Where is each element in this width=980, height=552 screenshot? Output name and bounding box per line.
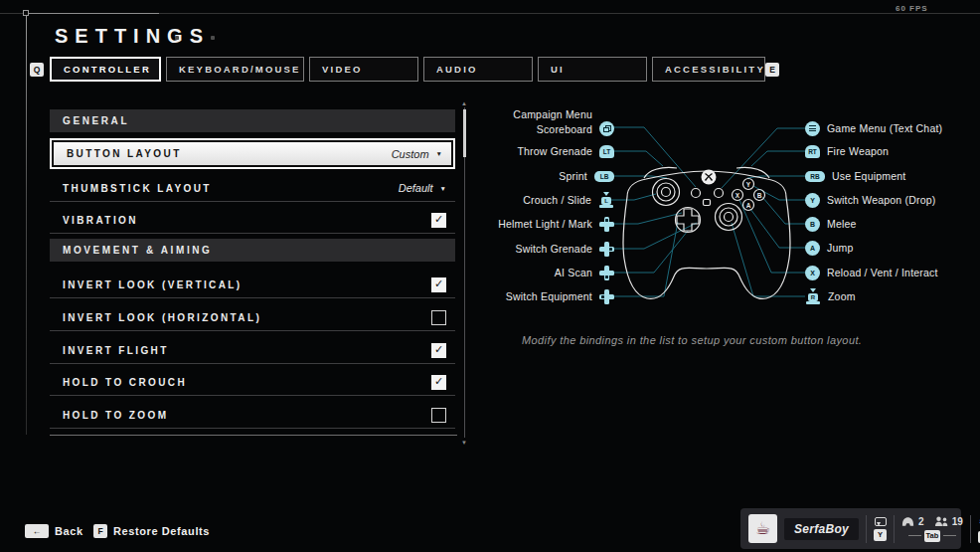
dpad-right-icon: [599, 242, 614, 257]
y-button-icon: Y: [805, 193, 820, 208]
row-label: HOLD TO ZOOM: [63, 410, 168, 421]
tab-video[interactable]: VIDEO: [309, 57, 418, 82]
left-bumper-icon: LB: [594, 171, 614, 182]
roster-button[interactable]: 2 19 Tab: [901, 516, 963, 542]
player-card: ☕ SerfaBoy Y 2 19: [740, 508, 961, 549]
b-button-icon: B: [805, 217, 820, 232]
row-label: BUTTON LAYOUT: [67, 148, 182, 159]
hold-to-zoom-checkbox[interactable]: [431, 408, 446, 423]
binding-row-switch-equipment: Switch Equipment: [487, 284, 614, 308]
binding-row-zoom: R Zoom: [805, 284, 964, 308]
binding-label: Switch Equipment: [506, 290, 592, 302]
next-tab-key-hint: E: [765, 63, 779, 77]
chat-key-hint: Y: [874, 529, 887, 541]
face-button-a-label: A: [746, 202, 751, 209]
row-hold-to-crouch[interactable]: HOLD TO CROUCH: [50, 369, 455, 396]
face-button-x-label: X: [735, 192, 740, 199]
row-invert-look-horizontal[interactable]: INVERT LOOK (HORIZONTAL): [50, 304, 455, 331]
binding-row-use-equipment: RB Use Equipment: [805, 164, 964, 188]
vibration-checkbox[interactable]: [431, 213, 446, 228]
binding-row-switch-grenade: Switch Grenade: [487, 237, 614, 261]
binding-label: Game Menu (Text Chat): [827, 122, 942, 134]
menu-button-icon: [805, 121, 820, 136]
binding-label: Reload / Vent / Interact: [827, 267, 938, 278]
row-vibration[interactable]: VIBRATION: [50, 207, 455, 234]
frame-left-line: [26, 13, 27, 435]
dpad-up-icon: [599, 217, 614, 232]
restore-defaults-button[interactable]: F Restore Defaults: [93, 524, 210, 538]
row-label: HOLD TO CROUCH: [63, 377, 187, 388]
chat-bubble-icon: [875, 517, 887, 526]
tab-keyboard-mouse[interactable]: KEYBOARD/MOUSE: [166, 57, 304, 82]
tab-ui[interactable]: UI: [538, 57, 647, 82]
invert-flight-checkbox[interactable]: [431, 343, 446, 358]
row-label: INVERT FLIGHT: [63, 345, 169, 356]
section-header-movement-aiming: MOVEMENT & AIMING: [50, 239, 455, 262]
binding-label: Fire Weapon: [827, 145, 889, 157]
back-label: Back: [55, 525, 83, 537]
invert-look-horizontal-checkbox[interactable]: [431, 310, 446, 325]
scrollbar-down-arrow-icon[interactable]: ▼: [461, 440, 467, 446]
section-header-general: GENERAL: [50, 109, 455, 132]
scrollbar-up-arrow-icon[interactable]: ▲: [461, 100, 467, 106]
row-button-layout[interactable]: BUTTON LAYOUT Custom: [50, 138, 455, 169]
frame-top-line-highlight: [26, 13, 159, 14]
friends-icon: [934, 516, 948, 527]
title-dot-icon: [175, 36, 179, 40]
row-hold-to-zoom[interactable]: HOLD TO ZOOM: [50, 402, 455, 429]
binding-row-jump: A Jump: [805, 236, 964, 260]
dropdown-value[interactable]: Default: [399, 182, 446, 194]
binding-row-ai-scan: AI Scan: [487, 261, 614, 284]
player-avatar[interactable]: ☕: [748, 514, 777, 543]
a-button-icon: A: [805, 241, 820, 256]
binding-label: Switch Weapon (Drop): [827, 194, 935, 206]
invert-look-vertical-checkbox[interactable]: [431, 277, 446, 292]
right-bumper-icon: RB: [805, 171, 825, 182]
binding-row-helmet-light-mark: Helmet Light / Mark: [487, 212, 614, 236]
friends-count: 19: [952, 516, 963, 527]
binding-note: Modify the bindings in the list to setup…: [522, 334, 862, 346]
dropdown-value[interactable]: Custom: [392, 148, 442, 160]
row-label: THUMBSTICK LAYOUT: [63, 183, 212, 194]
binding-label: Use Equipment: [832, 170, 905, 182]
binding-row-sprint: Sprint LB: [487, 164, 614, 188]
right-trigger-icon: RT: [805, 145, 820, 158]
dpad-left-icon: [599, 289, 614, 304]
restore-defaults-key-icon: F: [93, 524, 107, 538]
scrollbar-thumb[interactable]: [463, 109, 466, 157]
row-label: VIBRATION: [63, 215, 138, 226]
binding-row-throw-grenade: Throw Grenade LT: [487, 139, 614, 163]
binding-row-fire-weapon: RT Fire Weapon: [805, 139, 964, 163]
divider: [866, 515, 867, 543]
settings-tabbar: CONTROLLER KEYBOARD/MOUSE VIDEO AUDIO UI…: [50, 57, 765, 82]
frame-corner-node: [23, 10, 29, 16]
face-button-b-label: B: [757, 192, 762, 199]
row-invert-flight[interactable]: INVERT FLIGHT: [50, 337, 455, 364]
tab-audio[interactable]: AUDIO: [423, 57, 533, 82]
roster-key-hint: Tab: [924, 530, 941, 542]
right-stick-press-icon: R: [805, 288, 821, 304]
divider: [894, 515, 895, 543]
binding-row-game-menu: Game Menu (Text Chat): [805, 116, 964, 140]
text-chat-button[interactable]: Y: [874, 517, 887, 541]
binding-label: Melee: [827, 218, 857, 230]
hold-to-crouch-checkbox[interactable]: [431, 375, 446, 390]
face-button-y-label: Y: [746, 181, 751, 188]
left-stick-press-icon: L: [598, 192, 614, 208]
row-thumbstick-layout[interactable]: THUMBSTICK LAYOUT Default: [50, 175, 455, 202]
dpad-down-icon: [599, 266, 614, 280]
binding-label: Crouch / Slide: [523, 194, 591, 206]
binding-label: Zoom: [828, 290, 856, 302]
binding-row-switch-weapon: Y Switch Weapon (Drop): [805, 188, 964, 212]
party-count: 2: [918, 516, 924, 527]
tab-accessibility[interactable]: ACCESSIBILITY: [652, 57, 765, 82]
x-button-icon: X: [805, 266, 820, 280]
gamertag: SerfaBoy: [784, 518, 859, 540]
roster-key-row: Tab: [908, 530, 957, 542]
tab-controller[interactable]: CONTROLLER: [50, 57, 161, 82]
restore-defaults-label: Restore Defaults: [113, 525, 210, 537]
back-button[interactable]: ← Back: [25, 524, 83, 538]
row-invert-look-vertical[interactable]: INVERT LOOK (VERTICAL): [50, 272, 455, 298]
prev-tab-key-hint: Q: [30, 63, 44, 77]
binding-label: Sprint: [559, 170, 587, 182]
